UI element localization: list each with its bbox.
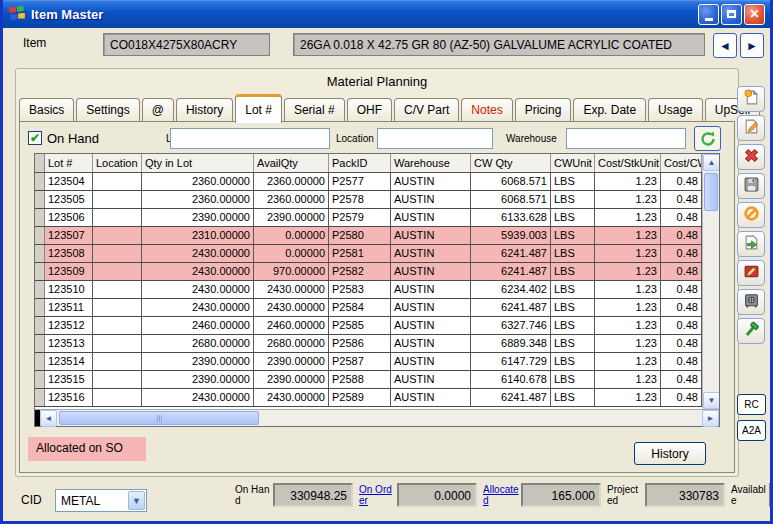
grid-cell-cost-cw: 0.48: [661, 389, 702, 406]
grid-cell-qty-in-lot: 2390.00000: [142, 371, 254, 388]
scroll-left-icon[interactable]: ◄: [40, 410, 57, 427]
row-selector[interactable]: [35, 299, 45, 316]
horizontal-scroll-thumb[interactable]: [59, 411, 259, 425]
lot-filter-input[interactable]: [170, 128, 330, 149]
table-row[interactable]: 1235142390.000002390.00000P2587AUSTIN614…: [35, 353, 702, 371]
horizontal-scrollbar[interactable]: ◄ ►: [35, 409, 719, 426]
column-header-cost-cw[interactable]: Cost/CW: [661, 154, 702, 172]
column-header-packid[interactable]: PackID: [329, 154, 391, 172]
tab-usage[interactable]: Usage: [648, 98, 703, 122]
grid-cell-availqty: 2360.00000: [254, 191, 329, 208]
table-row[interactable]: 1235162430.000002430.00000P2589AUSTIN624…: [35, 389, 702, 407]
column-header-qty-in-lot[interactable]: Qty in Lot: [142, 154, 254, 172]
grid-cell-cost-stkunit: 1.23: [595, 317, 661, 334]
vertical-scroll-track[interactable]: [703, 213, 719, 392]
column-header-location[interactable]: Location: [93, 154, 142, 172]
row-selector[interactable]: [35, 335, 45, 352]
row-selector[interactable]: [35, 353, 45, 370]
scroll-down-icon[interactable]: ▼: [703, 392, 719, 409]
column-header-cw-qty[interactable]: CW Qty: [471, 154, 551, 172]
cid-dropdown[interactable]: METAL ▼: [55, 489, 147, 512]
grid-cell-lot: 123512: [45, 317, 93, 334]
table-row[interactable]: 1235072310.000000.00000P2580AUSTIN5939.0…: [35, 227, 702, 245]
table-row[interactable]: 1235102430.000002430.00000P2583AUSTIN623…: [35, 281, 702, 299]
table-row[interactable]: 1235042360.000002360.00000P2577AUSTIN606…: [35, 173, 702, 191]
grid-cell-qty-in-lot: 2680.00000: [142, 335, 254, 352]
table-row[interactable]: 1235122460.000002460.00000P2585AUSTIN632…: [35, 317, 702, 335]
row-selector[interactable]: [35, 227, 45, 244]
row-selector[interactable]: [35, 281, 45, 298]
column-header-lot[interactable]: Lot #: [45, 154, 93, 172]
previous-item-button[interactable]: ◄: [713, 33, 737, 58]
grid-cell-lot: 123514: [45, 353, 93, 370]
vertical-scrollbar[interactable]: ▲ ▼: [702, 154, 719, 409]
close-button[interactable]: ✕: [744, 4, 765, 25]
item-header-row: Item CO018X4275X80ACRY 26GA 0.018 X 42.7…: [3, 33, 770, 59]
maximize-button[interactable]: [721, 4, 742, 25]
row-selector[interactable]: [35, 191, 45, 208]
column-header-cwunit[interactable]: CWUnit: [551, 154, 595, 172]
grid-cell-qty-in-lot: 2310.00000: [142, 227, 254, 244]
table-row[interactable]: 1235082430.000000.00000P2581AUSTIN6241.4…: [35, 245, 702, 263]
row-selector[interactable]: [35, 371, 45, 388]
table-row[interactable]: 1235052360.000002360.00000P2578AUSTIN606…: [35, 191, 702, 209]
cancel-button[interactable]: [737, 202, 765, 228]
delete-button[interactable]: [737, 144, 765, 170]
column-header-cost-stkunit[interactable]: Cost/StkUnit: [595, 154, 661, 172]
history-button[interactable]: History: [634, 442, 706, 465]
horizontal-scroll-track[interactable]: [261, 410, 702, 426]
grid-cell-lot: 123513: [45, 335, 93, 352]
row-selector[interactable]: [35, 389, 45, 406]
tab-lot[interactable]: Lot #: [235, 94, 282, 123]
table-row[interactable]: 1235062390.000002390.00000P2579AUSTIN613…: [35, 209, 702, 227]
on-order-link[interactable]: On Order: [359, 484, 395, 506]
on-hand-checkbox[interactable]: ✔: [28, 131, 42, 145]
table-row[interactable]: 1235152390.000002390.00000P2588AUSTIN614…: [35, 371, 702, 389]
grid-cell-warehouse: AUSTIN: [391, 317, 471, 334]
minimize-button[interactable]: [698, 4, 719, 25]
column-header-availqty[interactable]: AvailQty: [254, 154, 329, 172]
row-selector[interactable]: [35, 209, 45, 226]
tab-history[interactable]: History: [176, 98, 233, 122]
hammer-button[interactable]: [737, 318, 765, 344]
tab-basics[interactable]: Basics: [19, 98, 74, 122]
tab-ohf[interactable]: OHF: [347, 98, 392, 122]
copy-document-button[interactable]: [737, 231, 765, 257]
warehouse-input[interactable]: [566, 128, 686, 149]
tab-exp-date[interactable]: Exp. Date: [573, 98, 646, 122]
row-selector[interactable]: [35, 173, 45, 190]
new-document-icon: [743, 89, 760, 110]
grid-cell-cost-cw: 0.48: [661, 227, 702, 244]
tab-notes[interactable]: Notes: [461, 98, 512, 122]
scroll-up-icon[interactable]: ▲: [703, 154, 719, 171]
save-button[interactable]: [737, 173, 765, 199]
scroll-right-icon[interactable]: ►: [702, 410, 719, 427]
tab-pricing[interactable]: Pricing: [515, 98, 572, 122]
notes-edit-button[interactable]: [737, 260, 765, 286]
chevron-down-icon[interactable]: ▼: [128, 491, 145, 510]
vertical-scroll-thumb[interactable]: [704, 173, 718, 211]
refresh-button[interactable]: [694, 126, 721, 151]
tab-tab[interactable]: @: [142, 98, 174, 122]
edit-button[interactable]: [737, 115, 765, 141]
allocated-link[interactable]: Allocated: [483, 484, 519, 506]
grid-cell-packid: P2584: [329, 299, 391, 316]
table-row[interactable]: 1235132680.000002680.00000P2586AUSTIN688…: [35, 335, 702, 353]
row-selector[interactable]: [35, 263, 45, 280]
row-selector[interactable]: [35, 245, 45, 262]
group-title: Material Planning: [16, 69, 738, 89]
table-row[interactable]: 1235092430.00000970.00000P2582AUSTIN6241…: [35, 263, 702, 281]
rc-button[interactable]: RC: [737, 394, 766, 415]
grid-cell-lot: 123516: [45, 389, 93, 406]
tab-settings[interactable]: Settings: [76, 98, 139, 122]
tab-c-v-part[interactable]: C/V Part: [394, 98, 459, 122]
safe-button[interactable]: [737, 289, 765, 315]
location-input[interactable]: [377, 128, 493, 149]
new-document-button[interactable]: [737, 86, 765, 112]
table-row[interactable]: 1235112430.000002430.00000P2584AUSTIN624…: [35, 299, 702, 317]
tab-serial[interactable]: Serial #: [284, 98, 345, 122]
column-header-warehouse[interactable]: Warehouse: [391, 154, 471, 172]
a2a-button[interactable]: A2A: [737, 420, 766, 441]
next-item-button[interactable]: ►: [740, 33, 764, 58]
row-selector[interactable]: [35, 317, 45, 334]
